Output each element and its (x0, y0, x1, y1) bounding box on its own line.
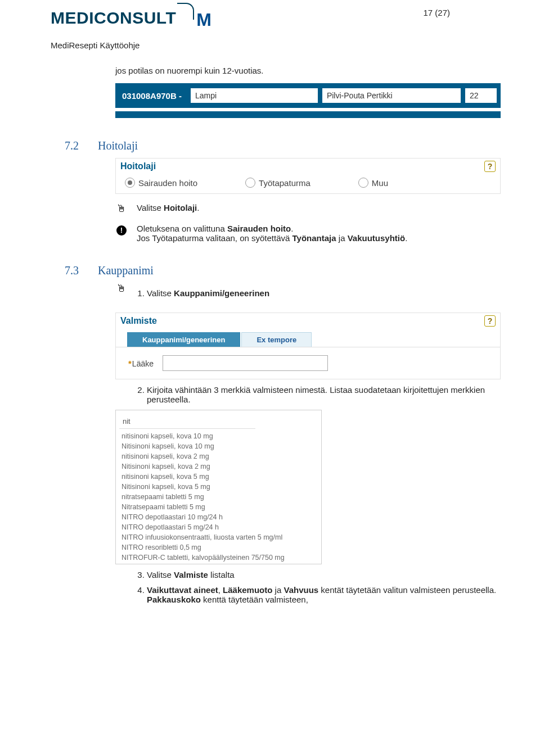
radio-icon (245, 178, 255, 188)
document-title: MediResepti Käyttöohje (51, 40, 501, 50)
dropdown-item[interactable]: NITRO infuusiokonsentraatti, liuosta var… (116, 532, 321, 542)
dropdown-item[interactable]: NITRO depotlaastari 5 mg/24 h (116, 522, 321, 532)
brand-mark-icon: M (196, 10, 212, 30)
required-marker: * (128, 359, 132, 368)
radio-sairauden-hoito[interactable]: Sairauden hoito (125, 178, 197, 188)
panel-title: Valmiste (120, 316, 157, 326)
laake-input[interactable] (163, 355, 328, 371)
radio-label: Työtapaturma (259, 178, 310, 188)
step-1: Valitse Kauppanimi/geneerinen (147, 288, 501, 298)
dropdown-item[interactable]: NITRO depotlaastari 10 mg/24 h (116, 512, 321, 522)
dropdown-item[interactable]: NITRO resoribletti 0,5 mg (116, 542, 321, 553)
heading-7-3: 7.3 Kauppanimi (65, 264, 501, 277)
radio-label: Muu (372, 178, 388, 188)
dropdown-item[interactable]: nitisinoni kapseli, kova 2 mg (116, 451, 321, 461)
mouse-icon: 🖱 (115, 203, 128, 215)
heading-number: 7.2 (65, 139, 95, 152)
intro-text: jos potilas on nuorempi kuin 12-vuotias. (115, 66, 501, 75)
radio-icon (125, 178, 135, 188)
patient-id: 031008A970B - (122, 91, 182, 101)
hoitolaji-panel: Hoitolaji ? Sairauden hoito Työtapaturma… (115, 158, 501, 194)
drug-dropdown: nitisinoni kapseli, kova 10 mgNitisinoni… (115, 410, 322, 564)
help-icon[interactable]: ? (484, 161, 496, 172)
brand-name: MEDICONSULT (51, 8, 176, 28)
note-default-hoitolaji: ! Oletuksena on valittuna Sairauden hoit… (115, 224, 501, 243)
heading-title: Hoitolaji (98, 139, 138, 152)
dropdown-item[interactable]: nitisinoni kapseli, kova 10 mg (116, 431, 321, 441)
help-icon[interactable]: ? (484, 315, 496, 327)
dropdown-item[interactable]: Nitisinoni kapseli, kova 2 mg (116, 461, 321, 472)
tab-kauppanimi[interactable]: Kauppanimi/geneerinen (127, 332, 240, 347)
step-4: Vaikuttavat aineet, Lääkemuoto ja Vahvuu… (147, 585, 501, 604)
radio-icon (358, 178, 368, 188)
dropdown-item[interactable]: Nitisinoni kapseli, kova 10 mg (116, 441, 321, 451)
tab-extempore[interactable]: Ex tempore (241, 332, 312, 347)
step-3: Valitse Valmiste listalta (147, 570, 501, 580)
radio-tyotapaturma[interactable]: Työtapaturma (245, 178, 310, 188)
dropdown-item[interactable]: nitratsepaami tabletti 5 mg (116, 492, 321, 502)
dropdown-item[interactable]: nitisinoni kapseli, kova 5 mg (116, 472, 321, 482)
heading-7-2: 7.2 Hoitolaji (65, 139, 501, 152)
field-label-laake: Lääke (132, 359, 154, 368)
heading-title: Kauppanimi (98, 264, 154, 277)
step-2: Kirjoita vähintään 3 merkkiä valmisteen … (147, 385, 501, 404)
panel-title: Hoitolaji (120, 161, 156, 171)
valmiste-panel: Valmiste ? Kauppanimi/geneerinen Ex temp… (115, 313, 501, 379)
brand-arc-icon (177, 3, 194, 20)
dropdown-item[interactable]: Nitratsepaami tabletti 5 mg (116, 502, 321, 512)
radio-muu[interactable]: Muu (358, 178, 388, 188)
patient-surname-input[interactable] (191, 88, 318, 103)
dropdown-item[interactable]: Nitisinoni kapseli, kova 5 mg (116, 482, 321, 492)
heading-number: 7.3 (65, 264, 95, 277)
radio-label: Sairauden hoito (138, 178, 197, 188)
alert-icon: ! (115, 224, 128, 243)
note-select-hoitolaji: 🖱 Valitse Hoitolaji. (115, 203, 501, 215)
patient-firstname-input[interactable] (322, 88, 461, 103)
note-select-kauppanimi: 🖱 Valitse Kauppanimi/geneerinen (115, 283, 501, 304)
patient-bar: 031008A970B - (115, 83, 501, 108)
mouse-icon: 🖱 (115, 283, 128, 304)
dropdown-search-input[interactable] (119, 414, 255, 429)
patient-age-input[interactable] (465, 88, 497, 103)
dropdown-item[interactable]: NITROFUR-C tabletti, kalvopäällysteinen … (116, 553, 321, 563)
patient-bar-footer (115, 111, 501, 118)
